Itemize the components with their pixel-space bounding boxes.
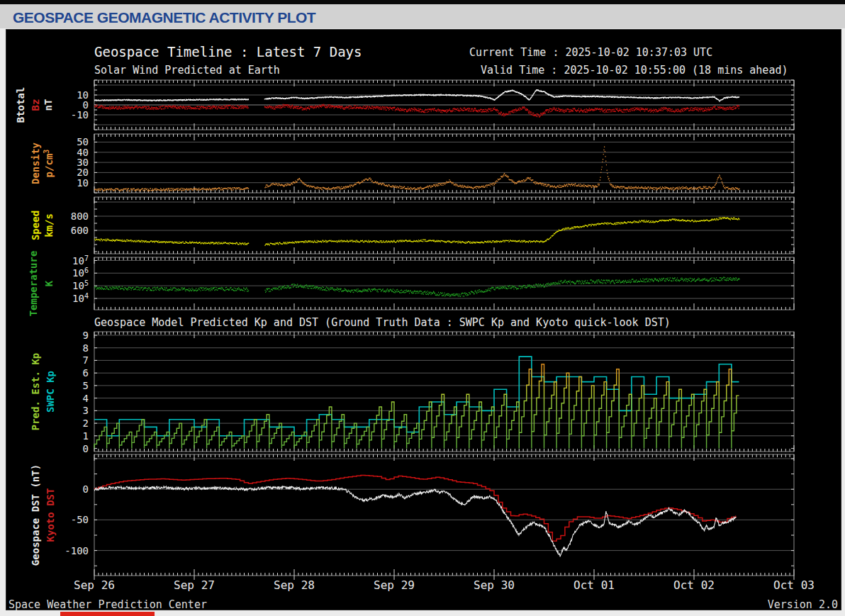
x-tick-label: Oct 03 xyxy=(773,578,815,592)
axis-label-speed: Speed xyxy=(30,211,41,240)
bottom-red-bar xyxy=(60,612,155,616)
axis-label-p-cm: p/cm3 xyxy=(43,150,55,178)
axis-label-nt: nT xyxy=(43,99,54,111)
y-tick-label: -100 xyxy=(65,545,89,556)
y-tick-label: 9 xyxy=(83,330,89,341)
y-tick-label: 3 xyxy=(83,405,89,416)
y-tick-label: 6 xyxy=(83,367,89,379)
y-tick-label: 600 xyxy=(71,225,89,236)
x-tick-label: Oct 01 xyxy=(573,578,615,592)
y-tick-label: 106 xyxy=(72,267,89,279)
axis-label-k: K xyxy=(43,280,55,286)
axis-label-kyoto-dst: Kyoto DST xyxy=(45,488,56,542)
x-tick-label: Sep 28 xyxy=(274,578,315,592)
series-bz xyxy=(94,104,739,117)
axis-label-pred-est-kp: Pred. Est. Kp xyxy=(30,353,41,431)
plot-title: Geospace Timeline : Latest 7 Days xyxy=(94,44,362,60)
panel-border xyxy=(94,197,794,254)
y-ticks xyxy=(94,202,794,252)
series-btotal xyxy=(94,90,739,101)
y-tick-label: 107 xyxy=(72,254,89,267)
panel-border xyxy=(94,257,794,310)
axis-label-bz: Bz xyxy=(30,99,41,111)
valid-time-label: Valid Time : 2025-10-02 10:55:00 (18 min… xyxy=(481,64,788,77)
axis-label-btotal: Btotal xyxy=(15,87,26,123)
y-tick-label: 0 xyxy=(83,443,89,454)
x-ticks xyxy=(94,197,794,254)
panel-dst: 0-50-100Geospace DST (nT)Kyoto DST xyxy=(30,454,794,580)
series-speed xyxy=(94,218,740,246)
x-ticks xyxy=(94,257,794,310)
plot-subtitle: Solar Wind Predicted at Earth xyxy=(94,64,280,77)
x-tick-label: Sep 26 xyxy=(74,578,115,592)
x-tick-label: Sep 30 xyxy=(474,578,515,592)
axis-label-geospace-dst-nt-: Geospace DST (nT) xyxy=(30,464,41,566)
panel-density: 5040302010Densityp/cm3 xyxy=(30,134,794,193)
series-geospace-dst xyxy=(94,486,736,557)
axis-label-swpc-kp: SWPC Kp xyxy=(45,371,56,413)
panel-temp: 107106105104TemperatureK xyxy=(28,251,794,317)
y-tick-label: 1 xyxy=(83,430,89,442)
y-tick-label: -50 xyxy=(71,514,89,525)
axis-label-km-s: km/s xyxy=(43,213,55,237)
x-ticks xyxy=(94,454,794,580)
y-tick-label: 0 xyxy=(83,483,89,495)
y-tick-label: 4 xyxy=(83,393,89,404)
series-temperature xyxy=(94,277,740,297)
y-tick-label: 5 xyxy=(83,380,89,391)
y-tick-label: 2 xyxy=(83,418,89,429)
y-tick-label: 8 xyxy=(83,342,89,354)
x-tick-label: Oct 02 xyxy=(673,578,715,592)
axis-label-density: Density xyxy=(30,142,41,184)
series-density xyxy=(94,147,740,191)
series-kyoto-dst xyxy=(94,476,736,542)
current-time-label: Current Time : 2025-10-02 10:37:03 UTC xyxy=(469,46,712,59)
x-tick-label: Sep 29 xyxy=(374,578,415,592)
y-tick-label: 105 xyxy=(72,279,89,291)
panel-kp: 9876543210Pred. Est. KpSWPC Kp xyxy=(30,330,794,454)
plot-svg: 100-10BtotalBznT5040302010Densityp/cm380… xyxy=(0,0,845,616)
footer-version-label: Version 2.0 xyxy=(768,598,838,611)
page: GEOSPACE GEOMAGNETIC ACTIVITY PLOT 100-1… xyxy=(0,0,845,616)
y-tick-label: 104 xyxy=(72,292,89,304)
x-tick-label: Sep 27 xyxy=(174,578,215,592)
y-ticks xyxy=(94,142,794,193)
y-tick-label: 10 xyxy=(77,177,89,189)
footer-source-label: Space Weather Prediction Center xyxy=(9,598,207,611)
x-axis-labels: Sep 26Sep 27Sep 28Sep 29Sep 30Oct 01Oct … xyxy=(74,578,815,592)
panel-speed: 800600Speedkm/s xyxy=(30,197,794,254)
y-tick-label: -10 xyxy=(71,109,89,121)
y-tick-label: 7 xyxy=(83,354,89,366)
y-tick-label: 800 xyxy=(71,211,89,222)
kp-dst-section-title: Geospace Model Predicted Kp and DST (Gro… xyxy=(94,316,671,329)
panel-mag: 100-10BtotalBznT xyxy=(15,80,794,130)
axis-label-temperature: Temperature xyxy=(28,251,39,317)
